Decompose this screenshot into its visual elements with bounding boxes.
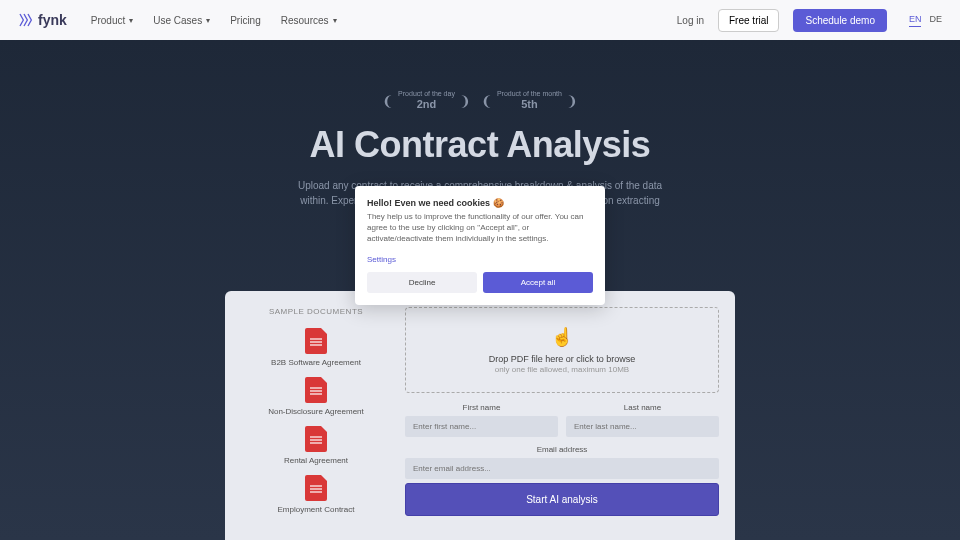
chevron-down-icon: ▾ [333,16,337,25]
chevron-down-icon: ▾ [129,16,133,25]
cookie-text: They help us to improve the functionalit… [367,211,593,245]
cookie-decline-button[interactable]: Decline [367,272,477,293]
schedule-demo-button[interactable]: Schedule demo [793,9,887,32]
logo[interactable]: fynk [18,12,67,28]
lang-en[interactable]: EN [909,14,922,27]
nav-right: Log in Free trial Schedule demo EN DE [677,9,942,32]
badge-day: ❨ Product of the day2nd ❩ [382,90,471,112]
analysis-panel: SAMPLE DOCUMENTS B2B Software Agreement … [225,291,735,540]
pdf-icon [305,426,327,452]
email-label: Email address [405,445,719,454]
laurel-left-icon: ❨ [382,93,394,109]
file-dropzone[interactable]: ☝ Drop PDF file here or click to browse … [405,307,719,393]
chevron-down-icon: ▾ [206,16,210,25]
sample-b2b[interactable]: B2B Software Agreement [241,328,391,367]
cookie-title: Hello! Even we need cookies 🍪 [367,198,593,208]
nav-links: Product▾ Use Cases▾ Pricing Resources▾ [91,15,337,26]
start-analysis-button[interactable]: Start AI analysis [405,483,719,516]
pointer-icon: ☝ [416,326,708,348]
first-name-label: First name [405,403,558,412]
drop-subtitle: only one file allowed, maximum 10MB [416,365,708,374]
top-nav: fynk Product▾ Use Cases▾ Pricing Resourc… [0,0,960,40]
award-badges: ❨ Product of the day2nd ❩ ❨ Product of t… [0,90,960,112]
brand-text: fynk [38,12,67,28]
logo-icon [18,12,34,28]
badge-month: ❨ Product of the month5th ❩ [481,90,578,112]
last-name-input[interactable] [566,416,719,437]
laurel-left-icon: ❨ [481,93,493,109]
first-name-input[interactable] [405,416,558,437]
sample-employment[interactable]: Employment Contract [241,475,391,514]
lang-de[interactable]: DE [929,14,942,27]
nav-pricing[interactable]: Pricing [230,15,261,26]
cookie-banner: Hello! Even we need cookies 🍪 They help … [355,186,605,305]
cookie-accept-button[interactable]: Accept all [483,272,593,293]
sample-nda[interactable]: Non-Disclosure Agreement [241,377,391,416]
email-input[interactable] [405,458,719,479]
laurel-right-icon: ❩ [459,93,471,109]
samples-heading: SAMPLE DOCUMENTS [241,307,391,316]
cookie-settings-link[interactable]: Settings [367,255,593,264]
nav-resources[interactable]: Resources▾ [281,15,337,26]
page-title: AI Contract Analysis [0,124,960,166]
upload-form: ☝ Drop PDF file here or click to browse … [405,307,719,524]
drop-title: Drop PDF file here or click to browse [416,354,708,364]
free-trial-button[interactable]: Free trial [718,9,779,32]
language-switcher: EN DE [909,14,942,27]
pdf-icon [305,377,327,403]
nav-product[interactable]: Product▾ [91,15,133,26]
login-link[interactable]: Log in [677,15,704,26]
pdf-icon [305,328,327,354]
last-name-label: Last name [566,403,719,412]
sample-documents: SAMPLE DOCUMENTS B2B Software Agreement … [241,307,391,524]
pdf-icon [305,475,327,501]
laurel-right-icon: ❩ [566,93,578,109]
sample-rental[interactable]: Rental Agreement [241,426,391,465]
nav-usecases[interactable]: Use Cases▾ [153,15,210,26]
